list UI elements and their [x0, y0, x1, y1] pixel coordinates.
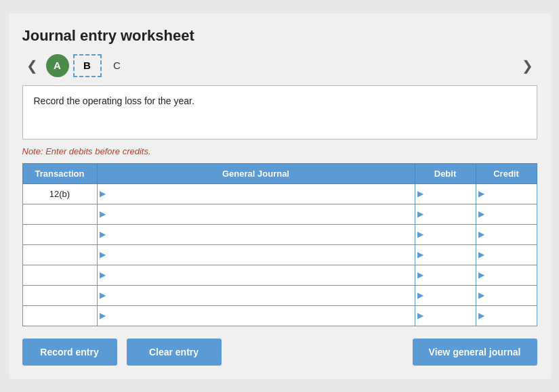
arrow-debit-icon: ▶	[417, 209, 423, 219]
cell-transaction-6[interactable]	[22, 305, 97, 326]
arrow-credit-icon: ▶	[478, 270, 484, 280]
table-row: ▶▶▶	[22, 265, 537, 285]
buttons-row: Record entry Clear entry View general jo…	[22, 339, 537, 366]
header-debit: Debit	[415, 163, 476, 183]
description-box: Record the operating loss for the year.	[22, 85, 537, 139]
note-text: Note: Enter debits before credits.	[22, 146, 537, 156]
cell-debit-4[interactable]: ▶	[415, 265, 476, 285]
cell-debit-6[interactable]: ▶	[415, 305, 476, 326]
cell-transaction-3[interactable]	[22, 244, 97, 265]
next-arrow[interactable]: ❯	[518, 56, 537, 75]
table-row: ▶▶▶	[22, 224, 537, 244]
cell-debit-2[interactable]: ▶	[415, 224, 476, 244]
cell-debit-5[interactable]: ▶	[415, 285, 476, 305]
arrow-gj-icon: ▶	[100, 250, 106, 259]
header-general-journal: General Journal	[97, 163, 415, 183]
arrow-gj-icon: ▶	[100, 230, 106, 239]
tabs-row: ❮ A B C ❯	[22, 54, 537, 77]
cell-transaction-5[interactable]	[22, 285, 97, 305]
prev-arrow[interactable]: ❮	[22, 56, 42, 75]
table-row: ▶▶▶	[22, 305, 537, 326]
arrow-gj-icon: ▶	[100, 209, 106, 219]
table-row: ▶▶▶	[22, 204, 537, 224]
clear-entry-button[interactable]: Clear entry	[127, 339, 222, 366]
table-row: ▶▶▶	[22, 285, 537, 305]
arrow-credit-icon: ▶	[478, 230, 484, 239]
cell-transaction-0[interactable]: 12(b)	[22, 183, 97, 204]
cell-gj-2[interactable]: ▶	[97, 224, 415, 244]
cell-gj-0[interactable]: ▶	[97, 183, 415, 204]
arrow-debit-icon: ▶	[417, 250, 423, 259]
cell-gj-3[interactable]: ▶	[97, 244, 415, 265]
cell-debit-0[interactable]: ▶	[415, 183, 476, 204]
tab-b[interactable]: B	[73, 54, 102, 77]
view-general-journal-button[interactable]: View general journal	[413, 339, 537, 366]
cell-credit-6[interactable]: ▶	[476, 305, 537, 326]
arrow-credit-icon: ▶	[478, 189, 484, 198]
journal-table: Transaction General Journal Debit Credit…	[22, 163, 537, 326]
cell-gj-4[interactable]: ▶	[97, 265, 415, 285]
arrow-debit-icon: ▶	[417, 230, 423, 239]
tab-a[interactable]: A	[46, 54, 69, 77]
description-text: Record the operating loss for the year.	[34, 95, 194, 106]
arrow-gj-icon: ▶	[100, 290, 106, 300]
cell-credit-2[interactable]: ▶	[476, 224, 537, 244]
record-entry-button[interactable]: Record entry	[22, 339, 117, 366]
arrow-gj-icon: ▶	[100, 189, 106, 198]
cell-credit-4[interactable]: ▶	[476, 265, 537, 285]
cell-gj-6[interactable]: ▶	[97, 305, 415, 326]
cell-debit-3[interactable]: ▶	[415, 244, 476, 265]
page-title: Journal entry worksheet	[22, 27, 537, 45]
cell-transaction-1[interactable]	[22, 204, 97, 224]
arrow-credit-icon: ▶	[478, 209, 484, 219]
cell-transaction-2[interactable]	[22, 224, 97, 244]
cell-gj-1[interactable]: ▶	[97, 204, 415, 224]
cell-transaction-4[interactable]	[22, 265, 97, 285]
table-row: 12(b)▶▶▶	[22, 183, 537, 204]
arrow-debit-icon: ▶	[417, 270, 423, 280]
cell-credit-5[interactable]: ▶	[476, 285, 537, 305]
table-row: ▶▶▶	[22, 244, 537, 265]
cell-debit-1[interactable]: ▶	[415, 204, 476, 224]
tab-c[interactable]: C	[106, 54, 129, 77]
cell-gj-5[interactable]: ▶	[97, 285, 415, 305]
header-transaction: Transaction	[22, 163, 97, 183]
arrow-credit-icon: ▶	[478, 250, 484, 259]
cell-credit-0[interactable]: ▶	[476, 183, 537, 204]
cell-credit-3[interactable]: ▶	[476, 244, 537, 265]
arrow-credit-icon: ▶	[478, 311, 484, 320]
arrow-credit-icon: ▶	[478, 290, 484, 300]
arrow-debit-icon: ▶	[417, 189, 423, 198]
arrow-debit-icon: ▶	[417, 311, 423, 320]
header-credit: Credit	[476, 163, 537, 183]
arrow-debit-icon: ▶	[417, 290, 423, 300]
arrow-gj-icon: ▶	[100, 270, 106, 280]
cell-credit-1[interactable]: ▶	[476, 204, 537, 224]
arrow-gj-icon: ▶	[100, 311, 106, 320]
